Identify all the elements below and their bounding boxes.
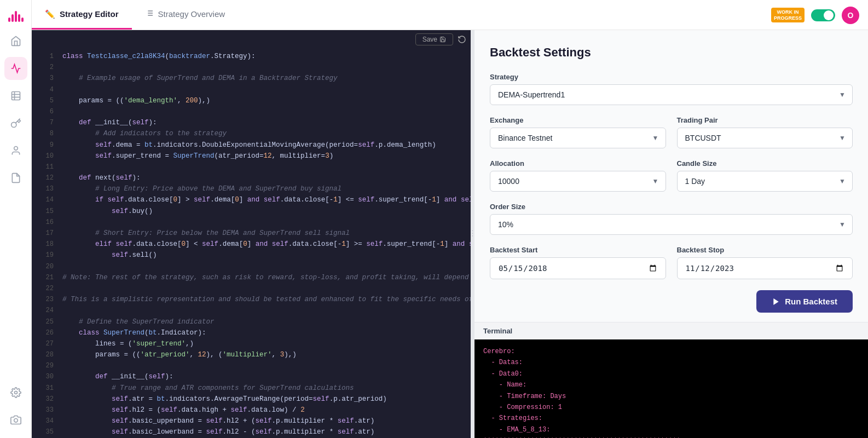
run-button-label: Run Backtest [785,297,837,306]
line-number: 9 [38,140,54,151]
line-number: 1 [38,51,54,62]
toggle-switch[interactable] [811,9,835,21]
backtest-stop-label: Backtest Stop [677,246,853,254]
sidebar [0,0,32,438]
code-line: 3 # Example usage of SuperTrend and DEMA… [32,73,471,84]
reset-button[interactable] [458,35,466,44]
exchange-select-wrapper: Binance Testnet ▼ [490,128,666,148]
line-content: # Example usage of SuperTrend and DEMA i… [62,73,464,84]
code-editor[interactable]: 1class Testclasse_c2la8K34(backtrader.St… [32,49,471,438]
content-area: Save 1class Testclasse_c2la8K34(backtrad… [32,30,868,438]
terminal-line: - Name: [483,379,859,390]
terminal-area[interactable]: Cerebro: - Datas: - Data0: - Name: - Tim… [474,339,868,438]
line-number: 21 [38,272,54,283]
editor-panel: Save 1class Testclasse_c2la8K34(backtrad… [32,30,471,438]
sidebar-item-settings[interactable] [4,381,27,404]
toggle-knob [824,10,834,20]
allocation-label: Allocation [490,159,666,168]
code-line: 20 [32,261,471,272]
candle-size-label: Candle Size [677,159,853,168]
backtest-stop-input[interactable] [678,258,853,279]
candle-size-select-wrapper: 1 Day ▼ [677,171,853,192]
line-content: self.super_trend = SuperTrend(atr_period… [62,151,464,162]
line-content: self.basic_lowerband = self.hl2 - (self.… [62,427,464,437]
right-panel: Backtest Settings Strategy DEMA-Supertre… [474,30,868,438]
line-number: 25 [38,316,54,327]
line-content: def __init__(self): [62,117,464,128]
tab-overview-icon [145,9,154,19]
save-button[interactable]: Save [415,33,453,45]
terminal-label: Terminal [483,327,512,335]
backtest-start-input[interactable] [490,258,666,279]
settings-title: Backtest Settings [490,45,853,60]
sidebar-item-doc[interactable] [4,166,27,189]
code-line: 17 # Short Entry: Price below the DEMA a… [32,228,471,239]
line-content: # Note: The rest of the strategy, such a… [62,272,471,283]
allocation-select[interactable]: 10000 [490,171,666,191]
allocation-candle-row: Allocation 10000 ▼ Candle Size 1 Day [490,159,853,192]
code-line: 33 self.hl2 = (self.data.high + self.dat… [32,405,471,416]
code-line: 11 [32,162,471,172]
user-avatar[interactable]: O [842,7,859,24]
candle-size-select[interactable]: 1 Day [678,171,853,191]
line-number: 13 [38,183,54,194]
code-line: 2 [32,62,471,73]
terminal-line: Cerebro: [483,346,859,357]
strategy-select[interactable]: DEMA-Supertrend1 [490,85,852,105]
trading-pair-select[interactable]: BTCUSDT [678,128,853,148]
strategy-label: Strategy [490,73,853,81]
topbar-tabs: ✏️ Strategy Editor Strategy Overview [32,0,238,30]
candle-size-group: Candle Size 1 Day ▼ [677,159,853,192]
line-content: # Add indicators to the strategy [62,128,464,139]
sidebar-item-table[interactable] [4,84,27,107]
backtest-start-group: Backtest Start [490,246,666,279]
line-number: 3 [38,73,54,84]
sidebar-item-user[interactable] [4,139,27,162]
sidebar-item-camera[interactable] [4,408,27,431]
code-line: 8 # Add indicators to the strategy [32,128,471,139]
line-number: 17 [38,228,54,239]
line-content: self.sell() [62,250,464,261]
line-content: # Long Entry: Price above the DEMA and S… [62,183,464,194]
backtest-start-label: Backtest Start [490,246,666,254]
code-line: 29 [32,360,471,371]
tab-strategy-editor[interactable]: ✏️ Strategy Editor [32,0,132,30]
backtest-stop-input-wrapper [677,257,853,279]
code-line: 7 def __init__(self): [32,117,471,128]
exchange-select[interactable]: Binance Testnet [490,128,666,148]
logo-bar-1 [8,18,10,22]
date-row: Backtest Start Backtest Stop [490,246,853,279]
save-label: Save [423,36,437,43]
logo-bar-5 [21,18,24,22]
allocation-group: Allocation 10000 ▼ [490,159,666,192]
line-number: 14 [38,194,54,205]
tab-strategy-overview[interactable]: Strategy Overview [132,0,239,30]
line-number: 10 [38,151,54,162]
exchange-group: Exchange Binance Testnet ▼ [490,116,666,148]
code-line: 34 self.basic_upperband = self.hl2 + (se… [32,416,471,427]
sidebar-item-home[interactable] [4,30,27,53]
line-content: # True range and ATR components for Supe… [62,383,464,394]
line-number: 16 [38,217,54,228]
line-number: 22 [38,283,54,294]
sidebar-item-key[interactable] [4,112,27,135]
order-size-select[interactable]: 10% [490,215,852,234]
code-line: 4 [32,84,471,95]
sidebar-item-chart[interactable] [4,57,27,80]
run-backtest-button[interactable]: Run Backtest [756,290,853,313]
code-line: 28 params = (('atr_period', 12), ('multi… [32,349,471,360]
run-button-row: Run Backtest [490,290,853,313]
line-number: 11 [38,162,54,172]
code-line: 32 self.atr = bt.indicators.AverageTrueR… [32,394,471,405]
code-line: 10 self.super_trend = SuperTrend(atr_per… [32,151,471,162]
code-line: 18 elif self.data.close[0] < self.dema[0… [32,239,471,250]
code-line: 12 def next(self): [32,172,471,183]
line-number: 31 [38,383,54,394]
line-number: 30 [38,371,54,382]
code-line: 19 self.sell() [32,250,471,261]
line-content: class SuperTrend(bt.Indicator): [62,327,464,338]
logo-bar-3 [15,11,17,22]
line-content: self.dema = bt.indicators.DoubleExponent… [62,140,464,151]
terminal-line: - Compression: 1 [483,402,859,413]
line-number: 15 [38,206,54,217]
